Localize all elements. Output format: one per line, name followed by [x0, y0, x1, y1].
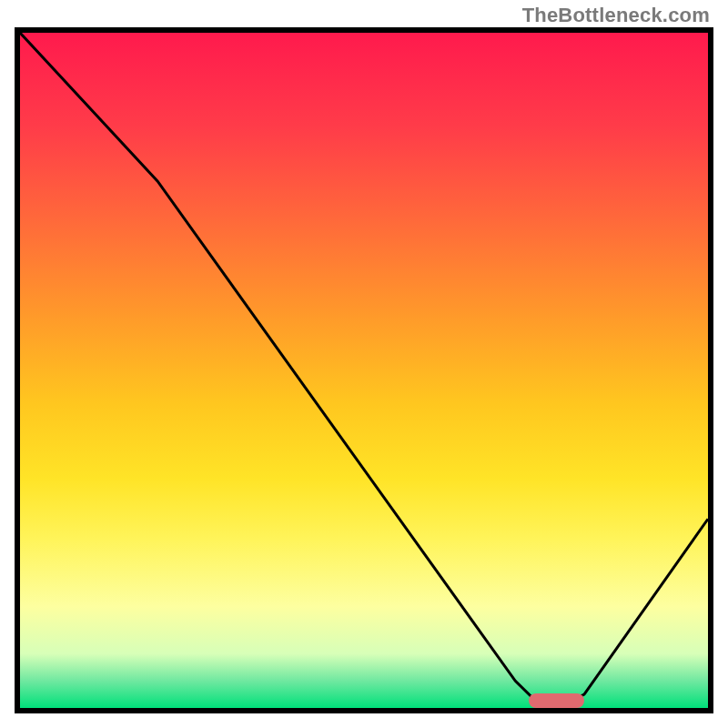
chart-container: TheBottleneck.com — [0, 0, 728, 728]
optimal-range-marker — [529, 693, 583, 708]
plot-area — [15, 27, 713, 713]
bottleneck-curve — [20, 33, 708, 708]
attribution-text: TheBottleneck.com — [522, 4, 710, 27]
